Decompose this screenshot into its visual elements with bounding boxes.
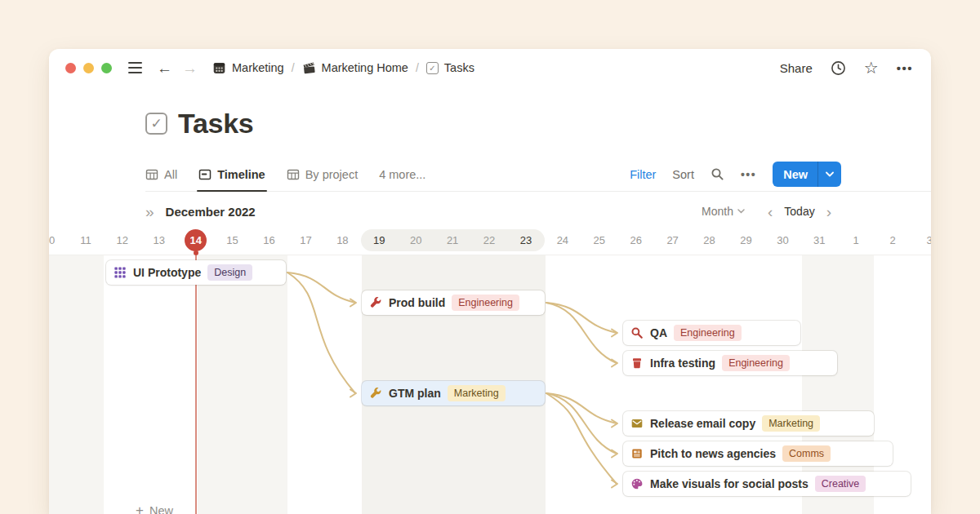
task-name: Pitch to news agencies	[650, 447, 776, 460]
next-arrow-icon[interactable]: ›	[823, 204, 835, 219]
today-button[interactable]: Today	[784, 205, 814, 218]
tab-by-project[interactable]: By project	[287, 157, 358, 191]
new-task-label: New	[149, 504, 173, 514]
date-cell[interactable]: 1	[843, 229, 869, 251]
task-ui-prototype[interactable]: UI PrototypeDesign	[106, 260, 286, 285]
tab-all[interactable]: All	[145, 157, 177, 191]
date-cell[interactable]: 22	[476, 229, 502, 251]
more-options-icon[interactable]: •••	[897, 61, 913, 75]
chevron-down-icon[interactable]	[818, 171, 841, 177]
magnifier-icon	[630, 326, 644, 339]
date-cell[interactable]: 2	[880, 229, 906, 251]
task-make-visuals-for-social-posts[interactable]: Make visuals for social postsCreative	[623, 472, 911, 496]
dependency-curve	[546, 393, 617, 423]
date-cell[interactable]: 3	[916, 229, 931, 251]
date-cell[interactable]: 26	[623, 229, 649, 251]
task-qa[interactable]: QAEngineering	[623, 321, 800, 345]
new-task-row[interactable]: + New	[136, 503, 173, 514]
date-cell[interactable]: 24	[550, 229, 576, 251]
chevron-down-icon	[737, 209, 745, 214]
date-cell[interactable]: 25	[586, 229, 612, 251]
breadcrumb-item-marketing[interactable]: Marketing	[212, 61, 284, 75]
box-icon	[630, 357, 644, 370]
notion-timeline-screenshot: { "topbar": { "share_label": "Share", "s…	[0, 0, 980, 514]
new-button[interactable]: New	[773, 162, 841, 187]
task-name: Prod build	[389, 296, 445, 309]
date-cell[interactable]: 19	[366, 229, 392, 251]
date-cell[interactable]: 12	[109, 229, 136, 251]
view-actions: Filter Sort ••• New	[630, 162, 841, 187]
date-cell[interactable]: 20	[403, 229, 429, 251]
dependency-curve	[546, 303, 617, 363]
dependency-arrowhead	[612, 481, 617, 488]
task-gtm-plan[interactable]: GTM planMarketing	[362, 381, 545, 405]
filter-button[interactable]: Filter	[630, 168, 656, 181]
breadcrumb-label: Marketing Home	[322, 61, 408, 74]
date-cell[interactable]: 13	[146, 229, 172, 251]
close-window-button[interactable]	[65, 63, 76, 73]
page-checkbox-icon[interactable]: ✓	[145, 113, 167, 135]
date-cell[interactable]: 27	[660, 229, 686, 251]
date-cell[interactable]: 28	[697, 229, 723, 251]
tab-label: All	[164, 168, 177, 181]
breadcrumb-separator: /	[291, 61, 296, 74]
breadcrumb-item-tasks[interactable]: ✓ Tasks	[426, 61, 474, 74]
dependency-curve	[546, 393, 617, 454]
breadcrumb-item-marketing-home[interactable]: Marketing Home	[302, 61, 408, 75]
page-header: ✓ Tasks	[145, 108, 931, 140]
tab-label: By project	[305, 168, 358, 181]
page-title: Tasks	[178, 108, 253, 140]
date-cell[interactable]: 29	[733, 229, 759, 251]
shaded-column	[198, 255, 287, 514]
task-release-email-copy[interactable]: Release email copyMarketing	[623, 411, 874, 436]
month-label[interactable]: December 2022	[166, 205, 256, 219]
date-cell[interactable]: 16	[256, 229, 283, 251]
dates-row: 1011121314151617181920212223242526272829…	[49, 229, 931, 252]
notepad-icon	[212, 61, 226, 75]
task-tag-badge: Marketing	[762, 415, 820, 432]
date-cell[interactable]: 18	[329, 229, 355, 251]
tab-timeline[interactable]: Timeline	[198, 157, 265, 191]
task-infra-testing[interactable]: Infra testingEngineering	[623, 351, 837, 375]
date-cell[interactable]: 15	[220, 229, 246, 251]
star-icon[interactable]: ☆	[864, 60, 879, 76]
task-prod-build[interactable]: Prod buildEngineering	[362, 290, 545, 315]
date-cell[interactable]: 10	[49, 229, 62, 251]
date-cell[interactable]: 23	[513, 229, 539, 251]
back-arrow-icon[interactable]: ←	[157, 60, 172, 76]
zoom-window-button[interactable]	[101, 63, 112, 73]
prev-arrow-icon[interactable]: ‹	[764, 204, 776, 219]
date-cell-today[interactable]: 14	[185, 229, 207, 251]
tab-label: Timeline	[217, 168, 265, 181]
clock-icon[interactable]	[831, 60, 846, 76]
date-cell[interactable]: 31	[806, 229, 832, 251]
forward-arrow-icon[interactable]: →	[182, 60, 198, 76]
task-tag-badge: Comms	[782, 445, 831, 462]
grid-icon	[114, 266, 127, 279]
search-icon[interactable]	[710, 167, 724, 181]
date-cell[interactable]: 17	[292, 229, 318, 251]
date-cell[interactable]: 30	[769, 229, 795, 251]
dependency-curve	[287, 273, 355, 393]
minimize-window-button[interactable]	[83, 63, 94, 73]
share-button[interactable]: Share	[780, 61, 813, 75]
double-chevron-icon[interactable]: »	[145, 204, 154, 219]
palette-icon	[630, 477, 644, 490]
task-pitch-to-news-agencies[interactable]: Pitch to news agenciesComms	[623, 441, 893, 466]
scale-select[interactable]: Month	[702, 205, 745, 218]
sidebar-toggle-icon[interactable]	[128, 62, 142, 73]
sort-button[interactable]: Sort	[672, 168, 694, 181]
task-name: Release email copy	[650, 417, 755, 430]
today-marker-dot	[194, 250, 198, 255]
table-icon	[287, 168, 300, 181]
more-views-button[interactable]: 4 more...	[379, 168, 425, 181]
date-cell[interactable]: 11	[73, 229, 99, 251]
dependency-arrowhead	[612, 450, 617, 458]
timeline-controls: Month ‹ Today ›	[702, 204, 835, 219]
view-tabs: All Timeline By project	[145, 157, 358, 191]
view-more-options-icon[interactable]: •••	[741, 168, 756, 181]
dependency-arrowhead	[612, 360, 617, 367]
date-cell[interactable]: 21	[439, 229, 466, 251]
dependency-arrowhead	[350, 390, 356, 397]
breadcrumb-label: Tasks	[444, 61, 474, 74]
